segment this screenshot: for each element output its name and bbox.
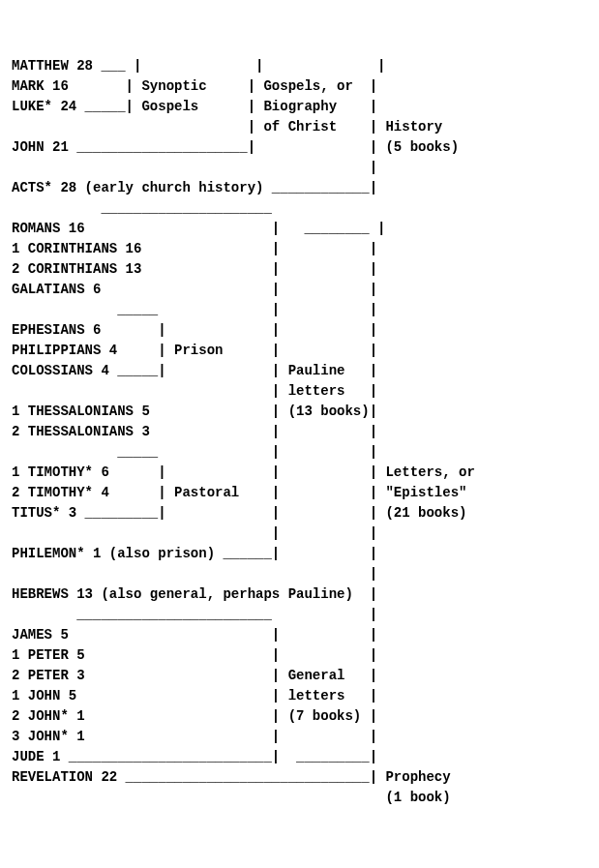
line: GALATIANS 6 | |: [12, 280, 587, 300]
line: ________________________ |: [12, 605, 587, 625]
line: 2 JOHN* 1 | (7 books) |: [12, 706, 587, 727]
line: | letters |: [12, 381, 587, 402]
line: 1 JOHN 5 | letters |: [12, 686, 587, 706]
line: EPHESIANS 6 | | |: [12, 320, 587, 341]
line: JAMES 5 | |: [12, 625, 587, 645]
line: HEBREWS 13 (also general, perhaps Paulin…: [12, 584, 587, 605]
line: MATTHEW 28 ___ | | |: [12, 56, 587, 76]
line: 1 THESSALONIANS 5 | (13 books)|: [12, 402, 587, 422]
line: JUDE 1 _________________________| ______…: [12, 747, 587, 767]
line: JOHN 21 _____________________| | (5 book…: [12, 137, 587, 158]
line: LUKE* 24 _____| Gospels | Biography |: [12, 97, 587, 117]
line: 1 PETER 5 | |: [12, 645, 587, 666]
line: PHILIPPIANS 4 | Prison | |: [12, 341, 587, 361]
line: TITUS* 3 _________| | | (21 books): [12, 503, 587, 524]
line: 1 TIMOTHY* 6 | | | Letters, or: [12, 463, 587, 483]
line: (1 book): [12, 788, 587, 808]
line: 3 JOHN* 1 | |: [12, 727, 587, 747]
line: _____________________: [12, 198, 587, 219]
line: MARK 16 | Synoptic | Gospels, or |: [12, 76, 587, 97]
line: 2 PETER 3 | General |: [12, 666, 587, 686]
line: REVELATION 22 __________________________…: [12, 767, 587, 788]
line: |: [12, 158, 587, 178]
line: _____ | |: [12, 442, 587, 463]
line: ROMANS 16 | ________ |: [12, 219, 587, 239]
line: | of Christ | History: [12, 117, 587, 137]
line: 1 CORINTHIANS 16 | |: [12, 239, 587, 259]
line: |: [12, 564, 587, 584]
line: 2 THESSALONIANS 3 | |: [12, 422, 587, 442]
line: ACTS* 28 (early church history) ________…: [12, 178, 587, 198]
line: 2 CORINTHIANS 13 | |: [12, 259, 587, 280]
line: COLOSSIANS 4 _____| | Pauline |: [12, 361, 587, 381]
line: 2 TIMOTHY* 4 | Pastoral | | "Epistles": [12, 483, 587, 503]
line: PHILEMON* 1 (also prison) ______| |: [12, 544, 587, 564]
nt-structure-diagram: MATTHEW 28 ___ | | |MARK 16 | Synoptic |…: [12, 56, 587, 808]
line: | |: [12, 524, 587, 544]
line: _____ | |: [12, 300, 587, 320]
